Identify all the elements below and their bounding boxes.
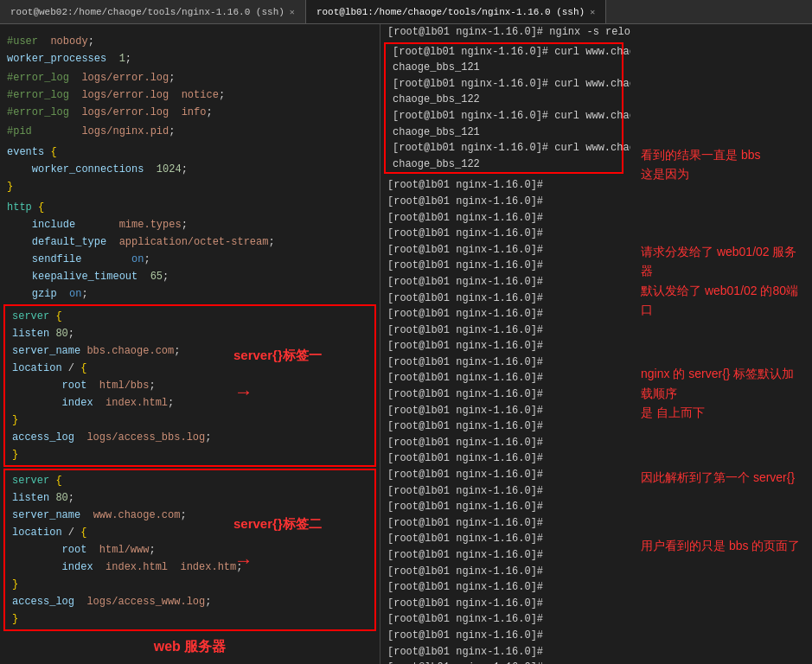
code-line: } (5, 576, 374, 593)
code-line: http { (0, 199, 380, 216)
nginx-config: #user nobody; worker_processes 1; #error… (0, 24, 380, 664)
terminal-line: [root@lb01 nginx-1.16.0]# (380, 483, 630, 500)
terminal-line: [root@lb01 nginx-1.16.0]# (380, 564, 630, 580)
code-line: events { (0, 144, 380, 161)
code-line: server { (5, 472, 374, 489)
terminal-line: [root@lb01 nginx-1.16.0]# curl www.chaog… (386, 108, 622, 124)
code-line: root html/bbs; (5, 377, 374, 394)
code-line: index index.html; (5, 394, 374, 412)
right-panel: [root@lb01 nginx-1.16.0]# nginx -s reloa… (380, 24, 812, 664)
code-line: keepalive_timeout 65; (0, 268, 380, 285)
code-line: listen 80; (5, 325, 374, 342)
terminal-line: chaoge_bbs_122 (386, 156, 622, 173)
label-web-server: web 服务器 (7, 638, 373, 656)
code-line: root html/www; (5, 541, 374, 559)
code-line: #user nobody; (0, 33, 380, 50)
terminal-line: [root@lb01 nginx-1.16.0]# (380, 644, 630, 661)
terminal-line: [root@lb01 nginx-1.16.0]# (380, 628, 630, 644)
title-bar: root@web02:/home/chaoge/tools/nginx-1.16… (0, 0, 812, 24)
label-server2: server{}标签二 (233, 516, 322, 533)
code-line: listen 80; (5, 489, 374, 507)
tab-web02[interactable]: root@web02:/home/chaoge/tools/nginx-1.16… (0, 0, 306, 23)
terminal-line: [root@lb01 nginx-1.16.0]# (380, 450, 630, 467)
code-line: } (5, 412, 374, 429)
code-line: access_log logs/access_www.log; (5, 593, 374, 610)
annotation-3: nginx 的 server{} 标签默认加载顺序是 自上而下 (634, 359, 809, 427)
code-line: index index.html index.htm; (5, 559, 374, 576)
terminal-line: [root@lb01 nginx-1.16.0]# (380, 338, 630, 354)
terminal-line: [root@lb01 nginx-1.16.0]# (380, 435, 630, 451)
terminal-line: [root@lb01 nginx-1.16.0]# (380, 547, 630, 564)
tab-lb01-close[interactable]: ✕ (590, 7, 595, 17)
label-server1: server{}标签一 (233, 348, 322, 364)
code-line: } (5, 610, 374, 628)
tab-lb01-label: root@lb01:/home/chaoge/tools/nginx-1.16.… (316, 7, 585, 17)
terminal-line: chaoge_bbs_122 (386, 92, 622, 108)
code-line: } (5, 446, 374, 463)
terminal-line: [root@lb01 nginx-1.16.0]# (380, 242, 630, 259)
code-line: default_type application/octet-stream; (0, 233, 380, 251)
tab-web02-close[interactable]: ✕ (290, 7, 295, 17)
terminal-line: [root@lb01 nginx-1.16.0]# (380, 660, 630, 664)
server-block-1: server { listen 80; server_name bbs.chao… (3, 304, 376, 467)
terminal-line: [root@lb01 nginx-1.16.0]# (380, 418, 630, 435)
terminal-line: [root@lb01 nginx-1.16.0]# curl www.chaog… (386, 140, 622, 156)
annotation-1: 看到的结果一直是 bbs这是因为 (634, 140, 809, 189)
annotation-column: 看到的结果一直是 bbs这是因为 请求分发给了 web01/02 服务器默认发给… (630, 24, 812, 664)
worker-connections-line: worker_connections 1024; (0, 161, 380, 178)
code-line: access_log logs/access_bbs.log; (5, 429, 374, 446)
main-content: #user nobody; worker_processes 1; #error… (0, 24, 812, 664)
terminal-line: chaoge_bbs_121 (386, 124, 622, 141)
terminal-line: [root@lb01 nginx-1.16.0]# (380, 177, 630, 194)
terminal-line: [root@lb01 nginx-1.16.0]# (380, 579, 630, 596)
tab-lb01[interactable]: root@lb01:/home/chaoge/tools/nginx-1.16.… (306, 0, 606, 23)
terminal-column: [root@lb01 nginx-1.16.0]# nginx -s reloa… (380, 24, 630, 664)
code-line: } (0, 178, 380, 195)
terminal-line: [root@lb01 nginx-1.16.0]# (380, 210, 630, 227)
terminal-line: [root@lb01 nginx-1.16.0]# (380, 370, 630, 386)
terminal-line: [root@lb01 nginx-1.16.0]# (380, 290, 630, 307)
terminal-line: [root@lb01 nginx-1.16.0]# nginx -s reloa… (380, 24, 630, 41)
code-line: worker_processes 1; (0, 50, 380, 67)
terminal-line: [root@lb01 nginx-1.16.0]# (380, 499, 630, 515)
terminal-line: [root@lb01 nginx-1.16.0]# (380, 322, 630, 339)
terminal-line: [root@lb01 nginx-1.16.0]# (380, 354, 630, 371)
terminal-line: [root@lb01 nginx-1.16.0]# (380, 274, 630, 290)
code-line: include mime.types; (0, 216, 380, 233)
terminal-line: [root@lb01 nginx-1.16.0]# (380, 258, 630, 274)
annotation-4: 因此解析到了第一个 server{} (634, 463, 809, 492)
terminal-line: [root@lb01 nginx-1.16.0]# (380, 515, 630, 532)
terminal-line: [root@lb01 nginx-1.16.0]# (380, 306, 630, 322)
code-line: sendfile on; (0, 251, 380, 268)
terminal-line: chaoge_bbs_121 (386, 60, 622, 76)
terminal-line: [root@lb01 nginx-1.16.0]# (380, 403, 630, 419)
code-line: #error_log logs/error.log notice; (0, 86, 380, 104)
terminal-line: [root@lb01 nginx-1.16.0]# curl www.chaog… (386, 76, 622, 93)
code-line: gzip on; (0, 285, 380, 303)
left-panel: #user nobody; worker_processes 1; #error… (0, 24, 380, 664)
terminal-line: [root@lb01 nginx-1.16.0]# (380, 596, 630, 612)
code-line: #pid logs/nginx.pid; (0, 123, 380, 140)
annotation-5: 用户看到的只是 bbs 的页面了 (634, 531, 809, 560)
terminal-line: [root@lb01 nginx-1.16.0]# (380, 611, 630, 628)
code-line: #error_log logs/error.log info; (0, 104, 380, 121)
terminal-line: [root@lb01 nginx-1.16.0]# (380, 194, 630, 210)
curl-box: [root@lb01 nginx-1.16.0]# curl www.chaog… (384, 42, 623, 175)
code-line: #error_log logs/error.log; (0, 69, 380, 86)
terminal-line: [root@lb01 nginx-1.16.0]# (380, 531, 630, 547)
annotation-2: 请求分发给了 web01/02 服务器默认发给了 web01/02 的80端口 (634, 237, 809, 325)
terminal-line: [root@lb01 nginx-1.16.0]# curl www.chaog… (386, 44, 622, 61)
terminal-line: [root@lb01 nginx-1.16.0]# (380, 467, 630, 483)
terminal-scroll[interactable]: [root@lb01 nginx-1.16.0]# nginx -s reloa… (380, 24, 812, 664)
tab-web02-label: root@web02:/home/chaoge/tools/nginx-1.16… (10, 7, 285, 17)
terminal-line: [root@lb01 nginx-1.16.0]# (380, 386, 630, 403)
server-block-2: server { listen 80; server_name www.chao… (3, 469, 376, 631)
terminal-line: [root@lb01 nginx-1.16.0]# (380, 226, 630, 242)
code-line: server { (5, 308, 374, 325)
split-right: [root@lb01 nginx-1.16.0]# nginx -s reloa… (380, 24, 812, 664)
